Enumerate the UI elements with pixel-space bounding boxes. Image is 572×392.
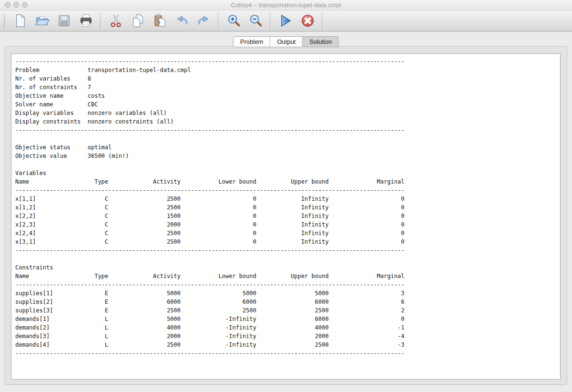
run-button[interactable] [276,11,295,31]
paste-icon [153,13,167,28]
new-file-icon [13,13,28,28]
cut-button[interactable] [106,11,125,31]
close-button[interactable] [5,2,10,8]
print-icon [79,13,93,28]
copy-icon [131,13,145,28]
main-area: Problem Output Solution ----------------… [0,31,572,392]
redo-icon [196,13,211,28]
open-button[interactable] [32,11,51,31]
minimize-button[interactable] [13,2,19,8]
solution-text: ----------------------------------------… [11,54,560,358]
tab-bar: Problem Output Solution [233,36,339,47]
toolbar-separator [218,12,219,30]
cut-icon [109,13,123,28]
new-button[interactable] [10,11,30,31]
tab-problem[interactable]: Problem [233,36,270,47]
redo-button[interactable] [194,11,213,31]
zoom-out-button[interactable] [246,11,265,31]
window-controls [5,2,28,8]
copy-button[interactable] [128,11,147,31]
toolbar-separator [100,12,102,30]
tab-output[interactable]: Output [270,36,303,47]
zoom-in-icon [226,13,241,28]
tab-pane: ----------------------------------------… [5,46,567,385]
toolbar-separator [322,12,323,30]
toolbar [0,10,572,31]
zoom-button[interactable] [22,2,28,8]
print-button[interactable] [76,11,95,31]
undo-button[interactable] [172,11,191,31]
run-icon [278,13,293,28]
tab-solution[interactable]: Solution [303,36,339,47]
zoom-in-button[interactable] [224,11,243,31]
zoom-out-icon [248,13,263,28]
undo-icon [174,13,189,28]
solution-view[interactable]: ----------------------------------------… [11,53,561,380]
toolbar-separator [270,12,271,30]
save-button[interactable] [54,11,73,31]
title-bar: Coliop4 – transportation-tupel-data.cmpl [0,0,572,10]
stop-icon [300,13,315,28]
stop-button[interactable] [298,11,317,31]
toolbar-drag-handle[interactable] [4,14,6,28]
window-title: Coliop4 – transportation-tupel-data.cmpl [231,1,341,9]
paste-button[interactable] [150,11,169,31]
open-folder-icon [35,13,50,28]
save-icon [57,13,72,28]
